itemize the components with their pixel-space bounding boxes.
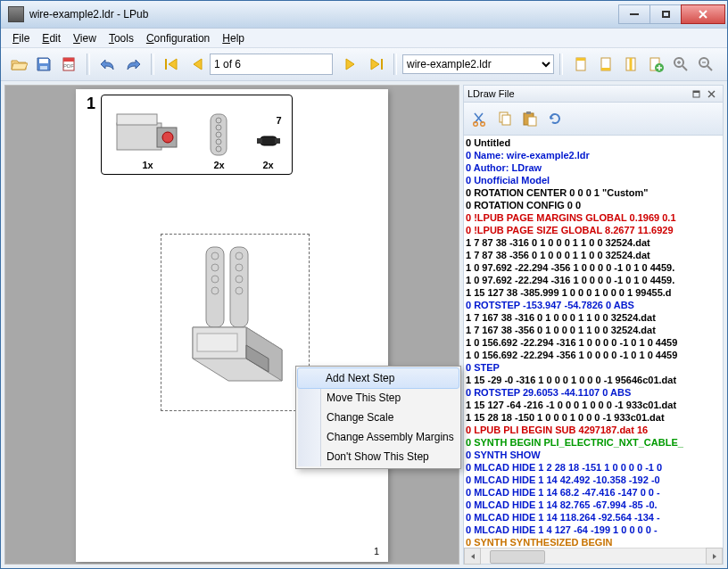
- zoom-out-button[interactable]: [693, 52, 718, 77]
- page-number: 1: [374, 546, 379, 557]
- code-line[interactable]: 0 MLCAD HIDE 1 14 118.264 -92.564 -134 -: [466, 511, 721, 524]
- dock-close-button[interactable]: [704, 87, 719, 101]
- refresh-button[interactable]: [542, 106, 567, 131]
- context-menu-item[interactable]: Don't Show This Step: [298, 447, 459, 466]
- code-view[interactable]: 0 Untitled0 Name: wire-example2.ldr0 Aut…: [464, 136, 723, 548]
- code-line[interactable]: 0 ROTATION CONFIG 0 0: [466, 199, 721, 211]
- open-button[interactable]: [6, 52, 31, 77]
- doc-button-2[interactable]: [593, 52, 618, 77]
- svg-text:PDF: PDF: [63, 63, 74, 69]
- export-button[interactable]: PDF: [56, 52, 81, 77]
- menubar: File Edit View Tools Configuration Help: [1, 29, 727, 48]
- code-line[interactable]: 0 Author: LDraw: [466, 161, 721, 174]
- redo-button[interactable]: [120, 52, 145, 77]
- liftarm-icon: [203, 110, 236, 160]
- code-line[interactable]: 1 7 87 38 -316 0 1 0 0 0 1 1 0 0 32524.d…: [466, 236, 721, 249]
- dock-header[interactable]: LDraw File: [463, 85, 724, 102]
- code-line[interactable]: 0 MLCAD HIDE 1 4 127 -64 -199 1 0 0 0 0 …: [466, 524, 721, 536]
- code-line[interactable]: 0 SYNTH SHOW: [466, 449, 721, 461]
- save-button[interactable]: [31, 52, 56, 77]
- menu-tools[interactable]: Tools: [103, 30, 140, 46]
- menu-help[interactable]: Help: [216, 30, 251, 46]
- context-menu-item[interactable]: Change Assembly Margins: [298, 427, 459, 447]
- svg-rect-45: [502, 115, 510, 125]
- code-line[interactable]: 0 MLCAD HIDE 1 14 42.492 -10.358 -192 -0: [466, 474, 721, 486]
- hscrollbar[interactable]: [464, 548, 723, 564]
- close-button[interactable]: [681, 4, 725, 24]
- svg-rect-0: [39, 59, 48, 63]
- code-line[interactable]: 1 15 127 38 -385.999 1 0 0 0 1 0 0 0 1 9…: [466, 286, 721, 299]
- ldraw-dock: LDraw File 0 Untitled0 Name: wire-exampl…: [463, 85, 724, 565]
- code-line[interactable]: 1 0 156.692 -22.294 -356 1 0 0 0 0 -1 0 …: [466, 349, 721, 361]
- code-line[interactable]: 0 SYNTH BEGIN PLI_ELECTRIC_NXT_CABLE_: [466, 436, 721, 449]
- svg-rect-41: [693, 91, 699, 93]
- svg-rect-47: [526, 111, 531, 114]
- code-line[interactable]: 0 ROTATION CENTER 0 0 0 1 "Custom": [466, 186, 721, 199]
- page-input[interactable]: [210, 54, 333, 75]
- code-line[interactable]: 0 !LPUB PAGE MARGINS GLOBAL 0.1969 0.1: [466, 211, 721, 224]
- code-line[interactable]: 1 7 167 38 -316 0 1 0 0 0 1 1 0 0 32524.…: [466, 311, 721, 324]
- svg-point-42: [474, 122, 478, 127]
- code-line[interactable]: 1 15 -29 -0 -316 1 0 0 0 1 0 0 0 -1 9564…: [466, 374, 721, 386]
- svg-rect-48: [528, 117, 536, 126]
- undo-button[interactable]: [95, 52, 120, 77]
- code-line[interactable]: 0 MLCAD HIDE 1 14 82.765 -67.994 -85 -0.: [466, 499, 721, 511]
- pli-item-2: 2x: [203, 110, 236, 170]
- first-page-button[interactable]: [160, 52, 185, 77]
- context-menu-item[interactable]: Move This Step: [298, 388, 459, 408]
- code-line[interactable]: 1 7 87 38 -356 0 1 0 0 0 1 1 0 0 32524.d…: [466, 249, 721, 261]
- zoom-in-button[interactable]: [668, 52, 693, 77]
- svg-rect-1: [40, 66, 47, 70]
- code-line[interactable]: 0 Name: wire-example2.ldr: [466, 149, 721, 161]
- code-line[interactable]: 1 0 97.692 -22.294 -356 1 0 0 0 0 -1 0 1…: [466, 261, 721, 274]
- code-line[interactable]: 1 0 156.692 -22.294 -316 1 0 0 0 0 -1 0 …: [466, 336, 721, 349]
- doc-add-button[interactable]: [643, 52, 668, 77]
- dock-toolbar: [464, 103, 723, 136]
- menu-configuration[interactable]: Configuration: [140, 30, 216, 46]
- scroll-track[interactable]: [481, 548, 706, 564]
- pin-icon: [255, 124, 282, 160]
- code-line[interactable]: 0 Untitled: [466, 136, 721, 149]
- context-menu: Add Next StepMove This StepChange ScaleC…: [295, 366, 461, 469]
- minimize-button[interactable]: [618, 4, 650, 24]
- assembly-selection[interactable]: [161, 234, 310, 411]
- scroll-thumb[interactable]: [490, 550, 545, 564]
- prev-page-button[interactable]: [185, 52, 210, 77]
- doc-button-1[interactable]: [568, 52, 593, 77]
- svg-rect-6: [381, 59, 383, 70]
- code-line[interactable]: 0 MLCAD HIDE 1 2 28 18 -151 1 0 0 0 0 -1…: [466, 461, 721, 474]
- parts-list[interactable]: 1x 2x 7: [101, 95, 293, 175]
- context-menu-item[interactable]: Change Scale: [298, 408, 459, 427]
- scroll-right-button[interactable]: [706, 548, 723, 565]
- code-line[interactable]: 0 ROTSTEP -153.947 -54.7826 0 ABS: [466, 299, 721, 311]
- menu-file[interactable]: File: [6, 30, 36, 46]
- pli-item-1: 1x: [112, 110, 184, 170]
- file-dropdown[interactable]: wire-example2.ldr: [402, 54, 554, 74]
- copy-button[interactable]: [492, 106, 517, 131]
- svg-rect-20: [211, 114, 227, 155]
- code-line[interactable]: 0 Unofficial Model: [466, 174, 721, 186]
- scroll-left-button[interactable]: [464, 548, 481, 565]
- code-line[interactable]: 0 ROTSTEP 29.6053 -44.1107 0 ABS: [466, 386, 721, 399]
- dock-float-button[interactable]: [689, 87, 704, 101]
- last-page-button[interactable]: [363, 52, 388, 77]
- paste-button[interactable]: [517, 106, 542, 131]
- maximize-button[interactable]: [649, 4, 682, 24]
- code-line[interactable]: 1 7 167 38 -356 0 1 0 0 0 1 1 0 0 32524.…: [466, 324, 721, 336]
- code-line[interactable]: 0 STEP: [466, 361, 721, 374]
- code-line[interactable]: 1 15 127 -64 -216 -1 0 0 0 1 0 0 0 -1 93…: [466, 399, 721, 411]
- menu-view[interactable]: View: [67, 30, 103, 46]
- cut-button[interactable]: [467, 106, 492, 131]
- code-line[interactable]: 0 !LPUB PAGE SIZE GLOBAL 8.2677 11.6929: [466, 224, 721, 236]
- code-line[interactable]: 1 15 28 18 -150 1 0 0 0 1 0 0 0 -1 933c0…: [466, 411, 721, 424]
- code-line[interactable]: 0 MLCAD HIDE 1 14 68.2 -47.416 -147 0 0 …: [466, 486, 721, 499]
- code-line[interactable]: 0 SYNTH SYNTHESIZED BEGIN: [466, 536, 721, 548]
- code-line[interactable]: 0 LPUB PLI BEGIN SUB 4297187.dat 16: [466, 424, 721, 436]
- page-viewport[interactable]: 1 1x: [4, 85, 459, 565]
- context-menu-item[interactable]: Add Next Step: [297, 367, 459, 389]
- doc-button-3[interactable]: [618, 52, 643, 77]
- code-line[interactable]: 1 0 97.692 -22.294 -316 1 0 0 0 0 -1 0 1…: [466, 274, 721, 286]
- next-page-button[interactable]: [338, 52, 363, 77]
- menu-edit[interactable]: Edit: [36, 30, 67, 46]
- svg-rect-27: [257, 138, 262, 144]
